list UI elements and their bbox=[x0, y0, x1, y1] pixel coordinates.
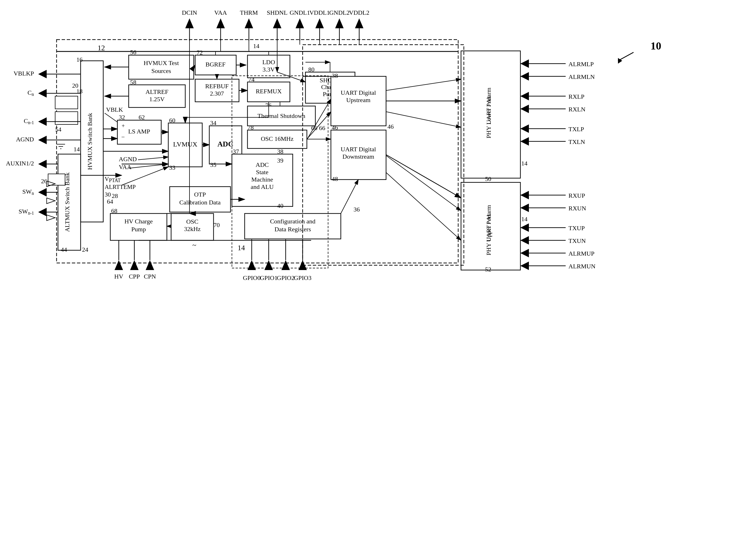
uart-upstream-label1: UART Digital bbox=[341, 89, 376, 96]
ref-48: 48 bbox=[332, 175, 338, 183]
rxln-label: RXLN bbox=[569, 106, 585, 113]
svg-line-41 bbox=[129, 164, 168, 168]
gpio1-label: GPIO1 bbox=[260, 274, 277, 281]
ref-14-bottom: 14 bbox=[238, 244, 245, 252]
adc-label: ADC bbox=[217, 140, 233, 148]
ref-10: 10 bbox=[651, 40, 661, 52]
vaa-pin bbox=[216, 18, 225, 28]
swn-pin bbox=[38, 188, 47, 197]
hvmux-test-label2: Sources bbox=[151, 67, 171, 74]
ref-20: 20 bbox=[72, 82, 78, 89]
ref-35: 35 bbox=[210, 161, 216, 168]
agnd-pin bbox=[38, 136, 47, 144]
agnd-label: AGND bbox=[16, 136, 34, 143]
svg-line-103 bbox=[386, 173, 461, 240]
osc16-label: OSC 16MHz bbox=[261, 135, 294, 142]
vaa-label: VAA bbox=[214, 9, 227, 16]
thrm-label: THRM bbox=[240, 9, 258, 16]
gndl2-pin bbox=[335, 18, 344, 28]
altref-label1: ALTREF bbox=[145, 88, 168, 95]
vptat-label1: VPTAT bbox=[105, 176, 121, 183]
adc-state-label4: and ALU bbox=[251, 183, 273, 190]
agnd-lvmux: AGND bbox=[119, 155, 137, 163]
ldo-label1: LDO bbox=[262, 59, 275, 66]
svg-marker-30 bbox=[47, 215, 55, 221]
config-reg-label1: Configuration and bbox=[270, 218, 316, 225]
alrmun-label: ALRMUN bbox=[569, 263, 595, 270]
ref-39: 39 bbox=[277, 157, 283, 164]
cpp-label: CPP bbox=[129, 273, 140, 280]
ref-52: 52 bbox=[485, 266, 491, 273]
ldo-label2: 3.3V bbox=[263, 66, 275, 73]
cn-label: Cn bbox=[27, 89, 34, 97]
svg-line-73 bbox=[386, 155, 461, 198]
vddl2-pin bbox=[355, 18, 363, 28]
ref-78: 78 bbox=[247, 124, 254, 131]
vaa-lvmux: VAA bbox=[119, 163, 131, 171]
gpio2-label: GPIO2 bbox=[277, 274, 294, 281]
alrmln-label: ALRMLN bbox=[569, 73, 595, 80]
ref-68: 68 bbox=[111, 207, 117, 214]
refbuf-label1: REFBUF bbox=[205, 83, 229, 90]
alrmlp-label: ALRMLP bbox=[569, 61, 594, 68]
ref-34: 34 bbox=[210, 119, 216, 127]
otp-label1: OTP bbox=[194, 191, 206, 198]
ref-14-top: 14 bbox=[253, 42, 259, 49]
thermal-shutdown-label: Thermal Shutdown bbox=[257, 112, 305, 119]
vblkp-pin bbox=[38, 70, 47, 78]
vddl2-label: VDDL2 bbox=[349, 9, 369, 16]
ref-26: 26 bbox=[41, 178, 47, 185]
svg-line-40 bbox=[138, 157, 168, 160]
gpio2-pin bbox=[281, 260, 290, 270]
txln-label: TXLN bbox=[569, 138, 585, 145]
hv-pin bbox=[115, 260, 123, 270]
ref-62: 62 bbox=[139, 114, 145, 121]
swn-label: SWn bbox=[22, 188, 34, 196]
ref-14-left: 14 bbox=[73, 146, 80, 153]
thrm-pin bbox=[245, 18, 253, 28]
cn1-label: Cn-1 bbox=[24, 117, 34, 125]
uart-upper-label2: PHY Upper Port bbox=[485, 214, 492, 255]
osc32k-label1: OSC bbox=[186, 218, 199, 225]
ref-30: 30 bbox=[105, 191, 111, 198]
rxlp-label: RXLP bbox=[569, 93, 584, 100]
alrmup-label: ALRMUP bbox=[569, 250, 595, 257]
ref-32: 32 bbox=[119, 114, 125, 121]
rxun-label: RXUN bbox=[569, 205, 586, 212]
hvmux-test-label1: HVMUX Test bbox=[144, 59, 179, 67]
vblkp-label: VBLKP bbox=[14, 70, 34, 77]
ref-33: 33 bbox=[169, 164, 175, 171]
ref-16: 16 bbox=[76, 56, 83, 63]
svg-rect-18 bbox=[55, 96, 78, 109]
ref-54: 54 bbox=[55, 126, 61, 133]
plus-sign: + bbox=[122, 123, 125, 129]
ref-74: 74 bbox=[248, 76, 255, 83]
ref-46b: 46 bbox=[387, 123, 394, 130]
otp-label2: Calibration Data bbox=[179, 199, 221, 206]
ref-58: 58 bbox=[130, 79, 136, 86]
cpn-pin bbox=[146, 260, 154, 270]
ref-64: 64 bbox=[107, 198, 113, 205]
ref-46: 46 bbox=[332, 124, 338, 131]
uart-downstream-label1: UART Digital bbox=[341, 146, 376, 153]
vblk-label: VBLK bbox=[106, 106, 123, 113]
gpio0-pin bbox=[247, 260, 256, 270]
ref-56: 56 bbox=[130, 49, 136, 56]
ref-44: 44 bbox=[61, 246, 67, 253]
adc-state-label2: State bbox=[256, 169, 268, 176]
uart-upstream-label2: Upstream bbox=[346, 97, 371, 103]
svg-line-102 bbox=[386, 155, 461, 211]
hv-cp-label1: HV Charge bbox=[125, 218, 153, 225]
ref-66b: 66 bbox=[319, 125, 325, 131]
auxin-pin bbox=[38, 160, 47, 168]
vddl1-pin bbox=[315, 18, 324, 28]
shdnl-label: SHDNL bbox=[267, 9, 287, 16]
ref-14-upper: 14 bbox=[521, 215, 527, 223]
lvmux-label: LVMUX bbox=[173, 141, 197, 148]
adc-state-label1: ADC bbox=[256, 161, 269, 168]
txlp-label: TXLP bbox=[569, 126, 584, 133]
ref-80: 80 bbox=[308, 66, 315, 73]
svg-line-96 bbox=[386, 79, 461, 91]
ref-72: 72 bbox=[197, 49, 203, 56]
refbuf-label2: 2.307 bbox=[210, 90, 224, 97]
